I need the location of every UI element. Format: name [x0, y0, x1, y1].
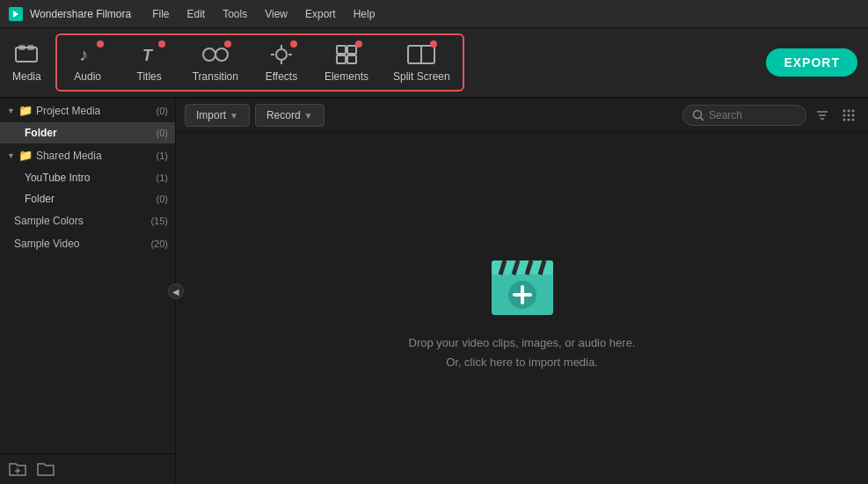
sidebar-section-project-media[interactable]: ▼ 📁 Project Media (0) [0, 99, 175, 122]
record-button[interactable]: Record ▼ [255, 104, 325, 127]
elements-dot [355, 40, 362, 48]
audio-icon-wrap: ♪ [74, 42, 102, 67]
svg-rect-1 [16, 48, 37, 62]
menu-file[interactable]: File [145, 6, 176, 22]
svg-point-33 [848, 119, 850, 121]
folder-icon: 📁 [18, 104, 33, 117]
svg-point-32 [843, 119, 846, 121]
app-name: Wondershare Filmora [30, 8, 131, 20]
project-media-count: (0) [157, 106, 168, 116]
svg-point-8 [276, 49, 287, 60]
folder-icon-2: 📁 [18, 149, 33, 162]
sidebar-section-sample-video[interactable]: Sample Video (20) [0, 232, 175, 255]
toolbar-media[interactable]: Media [0, 28, 54, 97]
folder-label: Folder [25, 127, 57, 139]
effects-dot [290, 40, 297, 48]
sidebar-tree: ▼ 📁 Project Media (0) Folder (0) ▼ 📁 Sha… [0, 99, 175, 453]
record-chevron-icon: ▼ [304, 111, 313, 121]
toolbar-elements[interactable]: Elements [312, 35, 381, 90]
menu-view[interactable]: View [258, 6, 295, 22]
import-chevron-icon: ▼ [230, 111, 238, 121]
titles-label: Titles [137, 70, 162, 83]
sidebar-item-folder2[interactable]: Folder (0) [0, 188, 175, 209]
search-box [682, 105, 806, 126]
app-logo [9, 7, 23, 21]
sample-colors-count: (15) [150, 216, 168, 226]
grid-icon[interactable] [838, 106, 859, 124]
chevron-down-icon-2: ▼ [7, 151, 15, 160]
shared-media-label: Shared Media [36, 150, 102, 162]
transition-dot [224, 40, 231, 48]
new-folder-icon[interactable] [9, 461, 26, 477]
sidebar-section-shared-media[interactable]: ▼ 📁 Shared Media (1) [0, 143, 175, 167]
content-toolbar: Import ▼ Record ▼ [176, 99, 868, 133]
drop-line1: Drop your video clips, images, or audio … [409, 334, 636, 353]
svg-point-7 [215, 48, 228, 61]
svg-marker-0 [13, 11, 18, 18]
menu-edit[interactable]: Edit [180, 6, 213, 22]
folder2-label: Folder [25, 193, 55, 205]
chevron-down-icon: ▼ [7, 106, 15, 115]
svg-text:T: T [142, 47, 154, 64]
project-media-label: Project Media [36, 105, 100, 117]
search-icon [692, 109, 704, 121]
svg-point-21 [694, 111, 702, 119]
drop-text: Drop your video clips, images, or audio … [409, 334, 636, 372]
filter-icon[interactable] [812, 106, 833, 124]
sidebar-bottom [0, 453, 175, 484]
svg-text:♪: ♪ [79, 45, 88, 64]
menu-export[interactable]: Export [298, 6, 343, 22]
search-input[interactable] [709, 109, 797, 121]
svg-rect-15 [337, 55, 346, 63]
sample-video-label: Sample Video [14, 238, 80, 250]
menu-help[interactable]: Help [346, 6, 383, 22]
shared-media-count: (1) [157, 150, 168, 161]
svg-point-28 [852, 110, 855, 113]
menu-tools[interactable]: Tools [215, 6, 254, 22]
drop-line2: Or, click here to import media. [409, 353, 636, 372]
main-area: ▼ 📁 Project Media (0) Folder (0) ▼ 📁 Sha… [0, 99, 868, 484]
svg-line-22 [701, 118, 704, 121]
content-area: Import ▼ Record ▼ [176, 99, 868, 484]
toolbar-titles[interactable]: T Titles [119, 35, 180, 90]
drop-area[interactable]: Drop your video clips, images, or audio … [176, 133, 868, 484]
clapperboard-icon [483, 245, 562, 319]
menu-bar: File Edit Tools View Export Help [145, 6, 382, 22]
toolbar-transition[interactable]: Transition [180, 35, 251, 90]
audio-dot [97, 40, 104, 48]
toolbar: Media ♪ Audio T Titles [0, 28, 868, 99]
svg-rect-16 [347, 55, 356, 63]
titles-icon-wrap: T [135, 42, 164, 67]
svg-rect-14 [347, 46, 356, 54]
folder-link-icon[interactable] [37, 461, 55, 477]
sidebar-collapse-arrow[interactable]: ◀ [168, 283, 184, 299]
split-screen-dot [430, 40, 437, 48]
sidebar-section-sample-colors[interactable]: Sample Colors (15) [0, 209, 175, 232]
import-label: Import [196, 109, 226, 121]
svg-rect-13 [337, 46, 346, 54]
audio-label: Audio [74, 70, 101, 83]
effects-label: Effects [266, 70, 297, 83]
elements-icon-wrap [332, 42, 361, 67]
sidebar: ▼ 📁 Project Media (0) Folder (0) ▼ 📁 Sha… [0, 99, 176, 484]
youtube-intro-label: YouTube Intro [25, 172, 91, 184]
toolbar-effects[interactable]: Effects [251, 35, 312, 90]
import-button[interactable]: Import ▼ [185, 104, 250, 127]
media-icon-wrap [12, 42, 40, 67]
svg-point-29 [843, 114, 846, 117]
svg-point-27 [848, 110, 850, 113]
sample-colors-label: Sample Colors [14, 215, 84, 227]
split-screen-icon-wrap [407, 42, 435, 67]
split-screen-label: Split Screen [393, 70, 450, 83]
sidebar-item-youtube-intro[interactable]: YouTube Intro (1) [0, 167, 175, 188]
media-label: Media [12, 70, 41, 83]
toolbar-split-screen[interactable]: Split Screen [381, 35, 463, 90]
svg-point-6 [203, 48, 215, 61]
elements-label: Elements [325, 70, 368, 83]
titles-dot [158, 40, 165, 48]
sample-video-count: (20) [150, 238, 168, 249]
export-button[interactable]: EXPORT [766, 48, 857, 77]
sidebar-item-folder[interactable]: Folder (0) [0, 122, 175, 143]
toolbar-audio[interactable]: ♪ Audio [57, 35, 119, 90]
record-label: Record [266, 109, 301, 121]
